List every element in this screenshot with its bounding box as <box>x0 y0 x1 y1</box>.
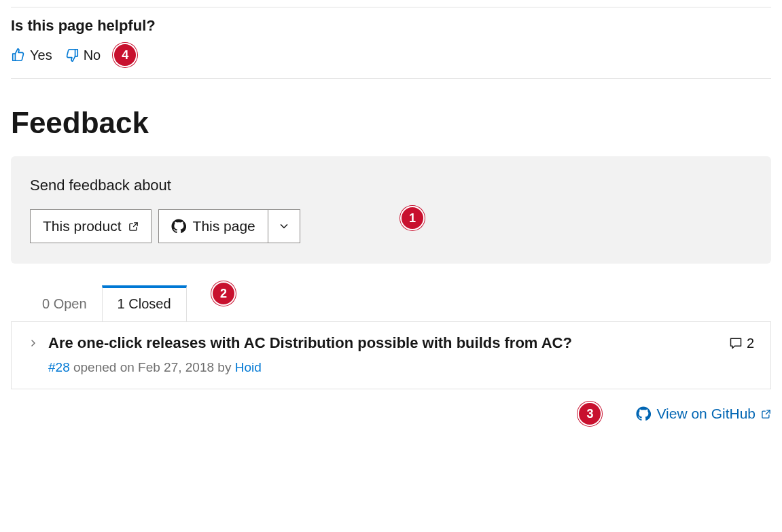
this-product-button[interactable]: This product <box>30 209 152 243</box>
this-page-dropdown-button[interactable] <box>268 209 300 243</box>
external-link-icon <box>761 409 771 419</box>
thumbs-up-icon <box>11 48 26 63</box>
issue-author[interactable]: Hoid <box>235 360 262 374</box>
comment-count-value: 2 <box>747 336 754 351</box>
callout-2: 2 <box>211 281 236 306</box>
callout-4: 4 <box>113 43 137 67</box>
no-label: No <box>84 48 101 63</box>
chevron-down-icon <box>278 220 290 232</box>
github-icon <box>171 219 186 234</box>
issue-title[interactable]: Are one-click releases with AC Distribut… <box>48 334 719 352</box>
github-icon <box>636 406 651 421</box>
helpful-yes-button[interactable]: Yes <box>11 48 52 63</box>
chevron-right-icon[interactable] <box>28 338 39 349</box>
issue-number[interactable]: #28 <box>48 360 70 374</box>
page-button-label: This page <box>193 218 255 234</box>
issue-meta: #28 opened on Feb 27, 2018 by Hoid <box>48 360 754 375</box>
external-link-icon <box>128 221 139 232</box>
view-on-github-link[interactable]: View on GitHub <box>636 406 771 422</box>
yes-label: Yes <box>30 48 52 63</box>
thumbs-down-icon <box>65 48 79 63</box>
feedback-card: Send feedback about This product This pa… <box>11 156 771 264</box>
product-button-label: This product <box>43 218 122 234</box>
helpful-no-button[interactable]: No <box>65 48 101 63</box>
helpful-question: Is this page helpful? <box>11 17 771 35</box>
page-helpful-section: Is this page helpful? Yes No 4 <box>11 7 771 78</box>
this-page-button[interactable]: This page <box>158 209 268 243</box>
feedback-heading: Feedback <box>11 106 771 140</box>
issue-opened-text: opened on Feb 27, 2018 by <box>70 360 235 374</box>
issue-card: Are one-click releases with AC Distribut… <box>11 321 771 389</box>
view-github-label: View on GitHub <box>656 406 756 422</box>
callout-1: 1 <box>400 206 425 230</box>
comment-count: 2 <box>729 336 754 351</box>
comment-icon <box>729 336 743 350</box>
tab-closed[interactable]: 1 Closed <box>102 285 187 321</box>
send-feedback-label: Send feedback about <box>30 177 752 194</box>
tab-open[interactable]: 0 Open <box>27 285 102 321</box>
callout-3: 3 <box>577 402 602 426</box>
